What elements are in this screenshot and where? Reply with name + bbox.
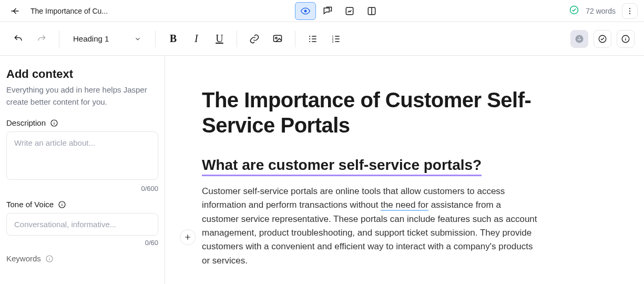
separator bbox=[295, 31, 295, 47]
top-bar: The Importance of Cu... 72 words bbox=[0, 0, 644, 22]
grammar-check-button[interactable] bbox=[570, 30, 588, 48]
add-block-button[interactable] bbox=[180, 229, 196, 245]
svg-point-4 bbox=[629, 8, 630, 9]
task-complete-button[interactable] bbox=[594, 30, 611, 48]
underline-button[interactable]: U bbox=[210, 30, 228, 48]
document-heading-1[interactable]: The Importance of Customer Self-Service … bbox=[202, 87, 538, 138]
tone-counter: 0/60 bbox=[6, 239, 158, 247]
svg-point-8 bbox=[275, 37, 277, 38]
sidebar-subtitle: Everything you add in here helps Jasper … bbox=[6, 84, 158, 108]
description-label: Description bbox=[6, 118, 46, 127]
more-menu-button[interactable] bbox=[622, 3, 638, 19]
view-mode-tabs bbox=[295, 2, 382, 20]
svg-point-15 bbox=[576, 35, 584, 43]
description-input[interactable] bbox=[6, 131, 158, 180]
document-paragraph[interactable]: Customer self-service portals are online… bbox=[202, 185, 538, 268]
separator bbox=[155, 31, 156, 47]
info-button[interactable] bbox=[617, 30, 635, 48]
svg-point-6 bbox=[629, 13, 630, 14]
redo-button[interactable] bbox=[33, 30, 50, 48]
svg-point-20 bbox=[54, 121, 54, 121]
tab-comments[interactable] bbox=[317, 2, 338, 20]
chevron-down-icon bbox=[134, 35, 141, 43]
svg-point-9 bbox=[309, 35, 310, 36]
undo-button[interactable] bbox=[9, 30, 27, 48]
svg-point-18 bbox=[625, 37, 626, 37]
sidebar-title: Add context bbox=[6, 67, 158, 81]
description-counter: 0/600 bbox=[6, 185, 158, 192]
document-heading-2[interactable]: What are customer self-service portals? bbox=[202, 157, 482, 176]
document-content[interactable]: The Importance of Customer Self-Service … bbox=[165, 56, 575, 278]
document-title-short[interactable]: The Importance of Cu... bbox=[30, 7, 108, 15]
link-button[interactable] bbox=[246, 30, 263, 48]
info-icon[interactable] bbox=[58, 200, 66, 209]
separator bbox=[59, 31, 59, 47]
word-count: 72 words bbox=[586, 7, 616, 15]
svg-point-11 bbox=[309, 40, 310, 42]
numbered-list-button[interactable]: 123 bbox=[327, 30, 345, 48]
svg-point-24 bbox=[49, 257, 49, 257]
tab-preview[interactable] bbox=[295, 2, 316, 20]
svg-point-0 bbox=[304, 9, 306, 12]
image-button[interactable] bbox=[269, 30, 287, 48]
svg-text:3: 3 bbox=[332, 39, 334, 43]
info-icon[interactable] bbox=[45, 255, 54, 263]
italic-button[interactable]: I bbox=[187, 30, 205, 48]
svg-point-22 bbox=[62, 202, 63, 203]
paragraph-style-select[interactable]: Heading 1 bbox=[68, 31, 147, 46]
tone-label-row: Tone of Voice bbox=[6, 200, 158, 209]
back-button[interactable] bbox=[6, 3, 23, 19]
context-sidebar: Add context Everything you add in here h… bbox=[0, 56, 165, 284]
svg-point-10 bbox=[309, 38, 310, 39]
document-canvas: The Importance of Customer Self-Service … bbox=[165, 56, 644, 284]
tab-split[interactable] bbox=[361, 2, 382, 20]
svg-point-5 bbox=[629, 10, 630, 11]
tone-label: Tone of Voice bbox=[6, 200, 54, 209]
bold-button[interactable]: B bbox=[164, 30, 182, 48]
separator bbox=[237, 31, 237, 47]
status-check-icon bbox=[569, 5, 579, 17]
paragraph-style-label: Heading 1 bbox=[73, 34, 109, 43]
bullet-list-button[interactable] bbox=[304, 30, 322, 48]
tone-input[interactable] bbox=[6, 213, 158, 236]
formatting-toolbar: Heading 1 B I U 123 bbox=[0, 22, 644, 56]
suggestion-underline[interactable]: the need for bbox=[381, 200, 428, 211]
main-area: Add context Everything you add in here h… bbox=[0, 56, 644, 284]
tab-outline[interactable] bbox=[339, 2, 360, 20]
keywords-label: Keywords bbox=[6, 254, 41, 263]
keywords-label-row: Keywords bbox=[6, 254, 158, 263]
info-icon[interactable] bbox=[50, 119, 58, 127]
description-label-row: Description bbox=[6, 118, 158, 127]
